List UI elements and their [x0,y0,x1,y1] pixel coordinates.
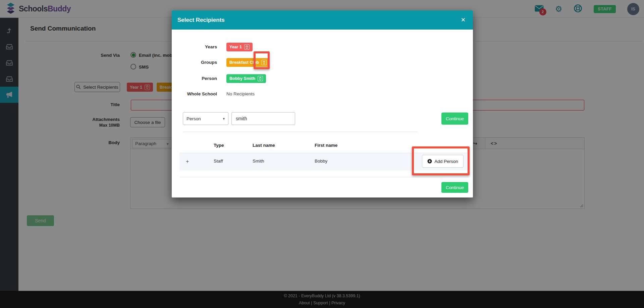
app-screen: SchoolsBuddy 2 ⚙ STAFF IS [0,0,644,308]
whole-school-value: No Recipients [226,91,255,96]
table-header-first-name: First name [315,143,337,148]
continue-button-bottom[interactable]: Continue [441,182,468,193]
cell-type: Staff [214,159,223,164]
cell-first-name: Bobby [315,159,327,164]
divider [183,132,418,132]
modal-header: Select Recipients ✕ [172,10,473,30]
years-chip: Year 1 [226,43,253,51]
select-recipients-modal: Select Recipients ✕ Years Year 1 Groups … [172,10,473,197]
person-chip: Bobby Smith [226,74,266,83]
expand-row-button[interactable]: + [186,159,189,165]
modal-title: Select Recipients [177,10,225,30]
chip-label: Year 1 [229,45,242,49]
annotation-box-group-trash [254,51,270,69]
groups-label: Groups [172,60,217,65]
years-label: Years [172,44,217,49]
remove-year-button[interactable] [244,44,250,50]
divider [179,177,469,177]
cell-last-name: Smith [253,159,264,164]
continue-button-top[interactable]: Continue [441,113,468,125]
table-header-type: Type [214,143,224,148]
annotation-box-add-person [412,146,470,175]
chip-label: Bobby Smith [229,76,255,81]
filter-type-select[interactable]: Person ▾ [183,112,228,125]
remove-person-button[interactable] [258,76,263,81]
person-label: Person [172,76,217,81]
whole-school-label: Whole School [172,91,217,96]
trash-icon [259,77,262,81]
chevron-down-icon: ▾ [223,117,225,121]
person-search-input[interactable] [231,112,295,125]
close-icon[interactable]: ✕ [461,10,466,30]
filter-select-value: Person [186,116,201,121]
table-header-last-name: Last name [253,143,275,148]
trash-icon [245,45,249,49]
